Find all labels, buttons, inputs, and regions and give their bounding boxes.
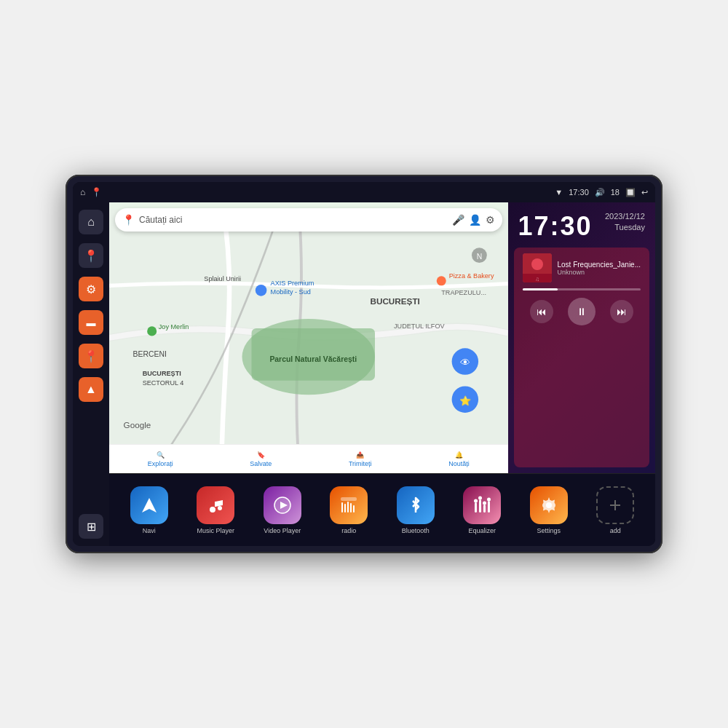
svg-text:Mobility - Sud: Mobility - Sud [271,288,311,296]
app-add[interactable]: add [585,486,647,534]
screen: ⌂ 📍 ▼ 17:30 🔊 18 🔲 ↩ ⌂ 📍 ⚙ ▬ 📍 ▲ [73,182,655,546]
svg-text:Pizza & Bakery: Pizza & Bakery [449,272,494,280]
album-art: ♫ [523,253,552,282]
radio-label: radio [341,527,356,534]
add-icon [596,486,634,524]
sidebar-item-grid[interactable]: ⊞ [79,514,103,539]
svg-rect-35 [341,502,343,513]
map-news[interactable]: 🔔 Noutăți [448,451,470,467]
clock-date-value: 2023/12/12 [605,211,645,222]
map-search-bar[interactable]: 📍 Căutați aici 🎤 👤 ⚙ [115,208,502,232]
progress-fill [523,288,558,290]
google-maps-icon: 📍 [122,214,135,226]
app-video-player[interactable]: Video Player [251,486,314,534]
svg-point-14 [437,276,446,285]
map-share[interactable]: 📤 Trimiteți [349,451,372,467]
sidebar: ⌂ 📍 ⚙ ▬ 📍 ▲ ⊞ [73,202,109,546]
account-icon[interactable]: 👤 [469,214,481,226]
prev-button[interactable]: ⏮ [530,300,553,323]
app-music-player[interactable]: Music Player [185,486,248,534]
svg-point-45 [474,499,478,502]
svg-text:JUDEȚUL ILFOV: JUDEȚUL ILFOV [394,323,445,330]
map-svg: Parcul Natural Văcărești BUCUREȘTI JUDEȚ… [109,202,508,473]
track-artist: Unknown [558,269,641,276]
bluetooth-label: Bluetooth [402,527,430,534]
status-time: 17:30 [569,188,589,197]
svg-text:TRAPEZULU...: TRAPEZULU... [441,289,486,296]
car-display: ⌂ 📍 ▼ 17:30 🔊 18 🔲 ↩ ⌂ 📍 ⚙ ▬ 📍 ▲ [66,175,662,553]
app-bluetooth[interactable]: Bluetooth [384,486,447,534]
svg-text:N: N [477,253,483,261]
video-player-icon [264,486,301,524]
clock-section: 17:30 2023/12/12 Tuesday [508,202,656,248]
clock-day-value: Tuesday [605,222,645,233]
next-button[interactable]: ⏭ [610,300,633,323]
sidebar-item-settings[interactable]: ⚙ [79,277,103,301]
sidebar-item-location[interactable]: 📍 [79,344,103,368]
main-area: ⌂ 📍 ⚙ ▬ 📍 ▲ ⊞ [73,202,655,546]
pause-button[interactable]: ⏸ [568,298,596,325]
svg-text:👁: 👁 [460,357,470,368]
navi-label: Navi [143,527,156,534]
status-right: ▼ 17:30 🔊 18 🔲 ↩ [555,188,648,197]
svg-rect-37 [347,502,349,513]
equalizer-label: Equalizer [468,527,496,534]
svg-text:⭐: ⭐ [459,395,472,407]
app-grid: Navi Music Player [109,473,655,546]
svg-text:Google: Google [124,420,151,430]
svg-rect-41 [475,502,477,513]
music-track-info: ♫ Lost Frequencies_Janie... Unknown [523,253,641,282]
svg-point-11 [256,285,267,296]
svg-point-26 [531,258,543,270]
map-widget[interactable]: 📍 Căutați aici 🎤 👤 ⚙ [109,202,508,473]
svg-text:AXIS Premium: AXIS Premium [271,280,314,287]
svg-rect-39 [353,505,355,513]
map-explore[interactable]: 🔍 Explorați [148,451,173,467]
svg-point-31 [218,506,222,510]
search-placeholder: Căutați aici [139,215,448,225]
right-panel: 17:30 2023/12/12 Tuesday [508,202,656,473]
navi-icon [130,486,168,524]
track-name: Lost Frequencies_Janie... [558,261,641,269]
mic-icon[interactable]: 🎤 [452,214,464,226]
svg-marker-29 [142,498,157,513]
svg-rect-38 [350,503,352,513]
svg-rect-34 [341,497,357,501]
app-equalizer[interactable]: Equalizer [451,486,514,534]
map-saved[interactable]: 🔖 Salvate [250,451,272,467]
svg-rect-44 [488,501,490,513]
svg-point-47 [483,501,486,505]
settings-icon [530,486,568,524]
music-player-icon [197,486,234,524]
svg-point-30 [210,507,215,513]
clock-time: 17:30 [518,211,593,242]
battery-icon: 🔲 [625,188,636,197]
map-status-icon[interactable]: 📍 [91,187,102,197]
sidebar-item-nav[interactable]: ▲ [79,377,103,402]
center-content: 📍 Căutați aici 🎤 👤 ⚙ [109,202,655,546]
svg-rect-36 [344,504,346,513]
saved-label: Salvate [250,460,272,467]
progress-bar[interactable] [523,288,641,290]
app-navi[interactable]: Navi [118,486,181,534]
svg-rect-42 [479,499,481,513]
status-left: ⌂ 📍 [80,187,102,197]
music-controls: ⏮ ⏸ ⏭ [523,298,641,325]
volume-icon: 🔊 [595,188,605,197]
app-radio[interactable]: radio [318,486,381,534]
news-label: Noutăți [448,460,470,467]
sidebar-item-map[interactable]: 📍 [79,243,103,268]
svg-point-48 [487,497,491,501]
back-icon[interactable]: ↩ [641,188,648,197]
home-status-icon[interactable]: ⌂ [80,187,85,197]
music-section: ♫ Lost Frequencies_Janie... Unknown [514,248,650,467]
sidebar-item-home[interactable]: ⌂ [79,210,103,234]
radio-icon [330,486,368,524]
status-bar: ⌂ 📍 ▼ 17:30 🔊 18 🔲 ↩ [73,182,655,202]
sidebar-item-folder[interactable]: ▬ [79,310,103,335]
map-area: 📍 Căutați aici 🎤 👤 ⚙ [109,202,655,473]
equalizer-icon [463,486,501,524]
app-settings[interactable]: Settings [518,486,580,534]
settings-map-icon[interactable]: ⚙ [486,214,495,226]
track-details: Lost Frequencies_Janie... Unknown [558,261,641,276]
